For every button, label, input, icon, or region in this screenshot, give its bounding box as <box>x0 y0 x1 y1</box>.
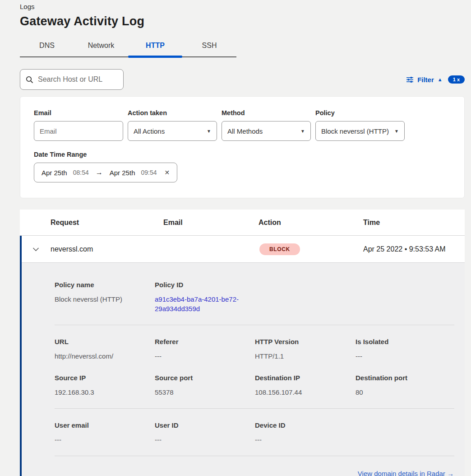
date-range-field: Date Time Range Apr 25th 08:54 → Apr 25t… <box>34 151 451 182</box>
view-radar-link[interactable]: View domain details in Radar → <box>358 470 454 476</box>
range-start-time[interactable]: 08:54 <box>73 169 89 176</box>
source-ip-value: 192.168.30.3 <box>55 387 155 397</box>
search-box[interactable] <box>20 69 124 90</box>
url-label: URL <box>55 338 155 345</box>
row-request: neverssl.com <box>51 245 163 253</box>
email-filter-label: Email <box>34 109 123 117</box>
row-action: BLOCK <box>259 243 363 255</box>
url-value: http://neverssl.com/ <box>55 351 155 361</box>
destination-ip-field: Destination IP 108.156.107.44 <box>255 374 356 397</box>
search-input[interactable] <box>38 75 118 84</box>
referer-value: --- <box>155 351 255 361</box>
policy-id-field: Policy ID a91c3eb4-ba7a-4201-be72-29a934… <box>155 281 255 313</box>
http-version-value: HTTP/1.1 <box>255 351 356 361</box>
policy-name-value: Block neverssl (HTTP) <box>55 294 155 304</box>
user-email-field: User email --- <box>55 421 155 444</box>
date-range-label: Date Time Range <box>34 151 451 158</box>
policy-filter-label: Policy <box>315 109 405 117</box>
email-filter-field: Email <box>34 109 123 141</box>
caret-down-icon: ▼ <box>394 129 399 134</box>
referer-label: Referer <box>155 338 255 345</box>
block-status-badge: BLOCK <box>259 243 300 255</box>
source-port-field: Source port 55378 <box>155 374 255 397</box>
policy-name-field: Policy name Block neverssl (HTTP) <box>55 281 155 313</box>
col-header-time: Time <box>363 219 465 227</box>
http-version-label: HTTP Version <box>255 338 356 345</box>
range-end-date[interactable]: Apr 25th <box>110 169 135 177</box>
policy-filter-field: Policy Block neverssl (HTTP) ▼ <box>315 109 405 141</box>
expanded-row-container: neverssl.com BLOCK Apr 25 2022 • 9:53:53… <box>20 236 465 476</box>
policy-name-label: Policy name <box>55 281 155 289</box>
page-title: Gateway Activity Log <box>20 14 465 28</box>
filter-count-badge: 1 x <box>448 75 465 84</box>
is-isolated-field: Is Isolated --- <box>356 338 454 361</box>
col-header-request: Request <box>51 219 163 227</box>
row-detail-panel: Policy name Block neverssl (HTTP) Policy… <box>22 263 465 476</box>
method-filter-field: Method All Methods ▼ <box>222 109 311 141</box>
date-range-picker[interactable]: Apr 25th 08:54 → Apr 25th 09:54 ✕ <box>34 163 177 182</box>
tab-dns[interactable]: DNS <box>20 37 74 56</box>
close-icon[interactable]: ✕ <box>165 169 170 176</box>
referer-field: Referer --- <box>155 338 255 361</box>
is-isolated-label: Is Isolated <box>356 338 454 345</box>
breadcrumb[interactable]: Logs <box>20 3 465 10</box>
search-filter-row: Filter ▲ 1 x <box>20 69 465 90</box>
caret-down-icon: ▼ <box>300 129 305 134</box>
user-email-value: --- <box>55 435 155 444</box>
destination-port-label: Destination port <box>356 374 454 382</box>
source-port-value: 55378 <box>155 387 255 397</box>
http-detail-row-2: Source IP 192.168.30.3 Source port 55378… <box>55 374 454 397</box>
action-filter-select[interactable]: All Actions ▼ <box>128 121 217 141</box>
method-filter-select[interactable]: All Methods ▼ <box>222 121 311 141</box>
tab-http[interactable]: HTTP <box>128 37 182 56</box>
destination-port-value: 80 <box>356 387 454 397</box>
policy-section: Policy name Block neverssl (HTTP) Policy… <box>55 281 454 313</box>
activity-log-table: Request Email Action Time neverssl.com B… <box>20 210 465 476</box>
gateway-activity-log-page: Logs Gateway Activity Log DNS Network HT… <box>0 0 471 476</box>
caret-up-icon: ▲ <box>438 77 443 82</box>
source-port-label: Source port <box>155 374 255 382</box>
divider <box>55 408 454 409</box>
user-id-field: User ID --- <box>155 421 255 444</box>
table-row[interactable]: neverssl.com BLOCK Apr 25 2022 • 9:53:53… <box>22 236 465 263</box>
user-email-label: User email <box>55 421 155 429</box>
arrow-right-icon: → <box>96 168 103 177</box>
email-filter-input[interactable] <box>34 121 123 141</box>
search-icon <box>26 76 33 84</box>
table-header-row: Request Email Action Time <box>20 210 465 236</box>
col-header-action: Action <box>259 219 363 227</box>
user-id-value: --- <box>155 435 255 444</box>
url-field: URL http://neverssl.com/ <box>55 338 155 361</box>
device-id-label: Device ID <box>255 421 356 429</box>
is-isolated-value: --- <box>356 351 454 361</box>
filter-toggle[interactable]: Filter ▲ 1 x <box>406 75 465 84</box>
tab-ssh[interactable]: SSH <box>182 37 236 56</box>
device-id-value: --- <box>255 435 356 444</box>
range-end-time[interactable]: 09:54 <box>141 169 157 176</box>
destination-ip-value: 108.156.107.44 <box>255 387 356 397</box>
source-ip-label: Source IP <box>55 374 155 382</box>
policy-id-link[interactable]: a91c3eb4-ba7a-4201-be72-29a934dd359d <box>155 294 243 313</box>
user-id-label: User ID <box>155 421 255 429</box>
source-ip-field: Source IP 192.168.30.3 <box>55 374 155 397</box>
device-id-field: Device ID --- <box>255 421 356 444</box>
destination-port-field: Destination port 80 <box>356 374 454 397</box>
divider <box>55 456 454 456</box>
divider <box>55 325 454 325</box>
filter-label: Filter <box>417 76 434 84</box>
filter-fields-row: Email Action taken All Actions ▼ Method … <box>34 109 451 141</box>
action-filter-field: Action taken All Actions ▼ <box>128 109 217 141</box>
action-filter-label: Action taken <box>128 109 217 117</box>
sliders-icon <box>406 76 414 84</box>
user-detail-row: User email --- User ID --- Device ID --- <box>55 421 454 444</box>
range-start-date[interactable]: Apr 25th <box>42 169 67 177</box>
method-filter-label: Method <box>222 109 311 117</box>
chevron-down-icon[interactable] <box>22 247 51 252</box>
caret-down-icon: ▼ <box>207 129 211 134</box>
method-filter-value: All Methods <box>227 127 263 135</box>
radar-link-row: View domain details in Radar → <box>55 470 454 476</box>
policy-id-label: Policy ID <box>155 281 255 289</box>
policy-filter-select[interactable]: Block neverssl (HTTP) ▼ <box>315 121 405 141</box>
tab-network[interactable]: Network <box>74 37 128 56</box>
action-filter-value: All Actions <box>134 127 165 135</box>
